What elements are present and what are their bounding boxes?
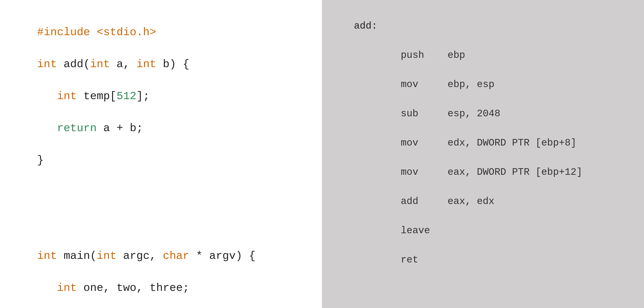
asm-add-eax-edx: add eax, edx — [354, 196, 494, 207]
vars-decl: one, two, three; — [77, 282, 190, 294]
keyword-int-2: int — [90, 58, 110, 71]
asm-mov-ebp-esp: mov ebp, esp — [354, 79, 494, 90]
asm-ret-1: ret — [354, 254, 418, 265]
keyword-int-5: int — [37, 250, 57, 262]
param-a: a, — [110, 58, 136, 71]
asm-code: add: push ebp mov ebp, esp sub esp, 2048… — [330, 4, 636, 308]
param-argc: argc, — [116, 250, 163, 262]
indent-2 — [37, 122, 57, 135]
keyword-return-1: return — [57, 122, 96, 135]
asm-label-add: add: — [354, 20, 377, 31]
indent-1 — [37, 90, 57, 103]
param-b: b) { — [156, 58, 190, 71]
keyword-char: char — [163, 250, 190, 262]
func-add-sig: add( — [57, 58, 90, 71]
preprocessor-line: #include <stdio.h> — [37, 26, 156, 38]
close-brace-1: } — [37, 154, 44, 166]
keyword-int-1: int — [37, 58, 57, 71]
left-panel: #include <stdio.h> int add(int a, int b)… — [0, 0, 322, 308]
temp-decl-end: ]; — [136, 90, 150, 103]
main-sig: main( — [57, 250, 96, 262]
asm-push-ebp: push ebp — [354, 50, 465, 61]
indent-3 — [37, 282, 57, 294]
keyword-int-4: int — [57, 90, 77, 103]
right-panel: add: push ebp mov ebp, esp sub esp, 2048… — [322, 0, 644, 308]
asm-mov-edx: mov edx, DWORD PTR [ebp+8] — [354, 138, 576, 149]
temp-decl: temp[ — [77, 90, 116, 103]
return-expr: a + b; — [97, 122, 143, 135]
param-argv: * argv) { — [190, 250, 256, 262]
keyword-int-3: int — [136, 58, 156, 71]
c-source-code: #include <stdio.h> int add(int a, int b)… — [10, 8, 312, 308]
asm-leave-1: leave — [354, 225, 430, 236]
keyword-int-7: int — [57, 282, 77, 294]
asm-sub-esp-2048: sub esp, 2048 — [354, 108, 500, 119]
number-512: 512 — [116, 90, 136, 103]
keyword-int-6: int — [97, 250, 117, 262]
asm-mov-eax: mov eax, DWORD PTR [ebp+12] — [354, 167, 582, 178]
